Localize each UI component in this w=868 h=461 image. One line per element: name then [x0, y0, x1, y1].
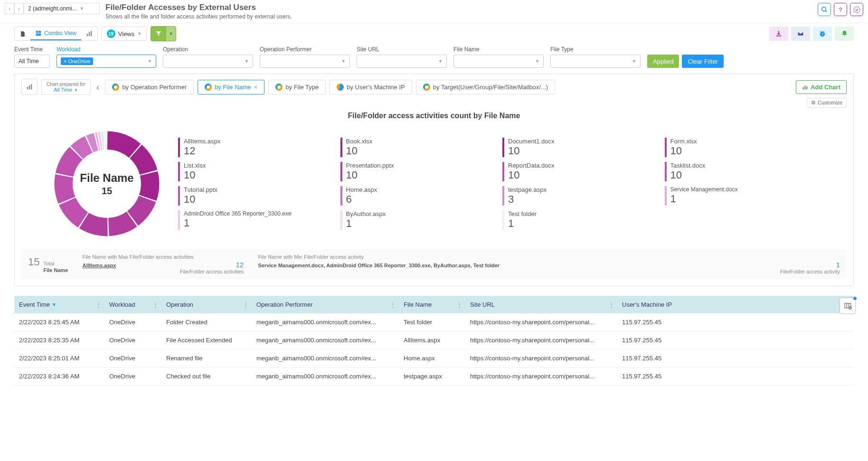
svg-rect-14: [805, 85, 806, 89]
svg-rect-8: [91, 31, 92, 36]
tab-target[interactable]: by Target(User/Group/File/Site/Mailbox/.…: [416, 80, 556, 94]
col-operation[interactable]: Operation⋮: [161, 296, 252, 313]
chart-legend: AllItems.aspx12Book.xlsx10Document1.docx…: [178, 138, 818, 230]
legend-item[interactable]: ReportData.docx10: [502, 162, 656, 181]
chart-prev-button[interactable]: ‹: [94, 82, 102, 93]
filter-label: Site URL: [357, 46, 447, 53]
table-row[interactable]: 2/22/2023 8:25:01 AMOneDriveRenamed file…: [14, 349, 854, 367]
col-menu-icon[interactable]: ⋮: [95, 301, 102, 308]
svg-rect-12: [31, 84, 32, 89]
nav-prev-button[interactable]: ‹: [5, 3, 14, 14]
chart-view-button[interactable]: [81, 27, 97, 40]
doc-view-button[interactable]: [15, 27, 30, 40]
alert-button[interactable]: [835, 27, 854, 41]
tab-file-name[interactable]: by File Name×: [198, 80, 264, 94]
ring-icon: [275, 84, 283, 91]
col-menu-icon[interactable]: ⋮: [456, 301, 462, 308]
operation-select[interactable]: ▼: [163, 55, 253, 68]
col-menu-icon[interactable]: ⋮: [608, 301, 614, 308]
chart-summary: 15 TotalFile Name File Name with Max Fil…: [21, 249, 847, 279]
views-dropdown[interactable]: 19 Views ▼: [102, 27, 147, 41]
download-button[interactable]: [769, 27, 788, 41]
legend-item[interactable]: testpage.aspx3: [502, 186, 656, 206]
funnel-icon[interactable]: [151, 27, 166, 41]
filter-label: Event Time: [14, 46, 50, 53]
legend-item[interactable]: Home.aspx6: [340, 186, 494, 206]
legend-item[interactable]: Service Management.docx1: [665, 186, 819, 206]
add-chart-button[interactable]: Add Chart: [796, 80, 847, 94]
tab-operation-performer[interactable]: by Operation Performer: [105, 80, 194, 94]
results-table: Event Time ▼⋮ Workload⋮ Operation⋮ Opera…: [14, 296, 854, 386]
help-button[interactable]: ?: [834, 3, 847, 16]
filter-toggle[interactable]: ▼: [151, 26, 176, 41]
svg-rect-7: [89, 32, 90, 37]
tab-machine-ip[interactable]: by User's Machine IP: [330, 80, 412, 94]
col-performer[interactable]: Operation Performer⋮: [252, 296, 399, 313]
performer-select[interactable]: ▼: [260, 55, 350, 68]
legend-item[interactable]: AllItems.aspx12: [178, 138, 332, 157]
tab-file-type[interactable]: by File Type: [268, 80, 326, 94]
col-machine-ip[interactable]: User's Machine IP: [617, 296, 679, 313]
applied-button[interactable]: Applied: [647, 55, 679, 68]
search-button[interactable]: [818, 3, 831, 16]
legend-item[interactable]: AdminDroid Office 365 Reporter_3300.exe1: [178, 210, 332, 230]
breadcrumb-label: 2 (admeight.onmi...: [28, 5, 77, 12]
donut-chart[interactable]: File Name 15: [50, 127, 164, 241]
filetype-select[interactable]: ▼: [550, 55, 641, 68]
clear-filter-button[interactable]: Clear Filter: [682, 55, 724, 68]
col-workload[interactable]: Workload⋮: [104, 296, 161, 313]
col-site-url[interactable]: Site URL⋮: [465, 296, 617, 313]
filename-select[interactable]: ▼: [453, 55, 544, 68]
svg-rect-10: [27, 87, 28, 89]
legend-item[interactable]: Presentation.pptx10: [340, 162, 494, 181]
event-time-select[interactable]: All Time: [14, 55, 50, 68]
legend-item[interactable]: Tutorial.pptx10: [178, 186, 332, 206]
views-count-badge: 19: [107, 29, 115, 38]
chevron-down-icon: ▼: [80, 6, 84, 11]
check-button[interactable]: [850, 3, 863, 16]
chart-panel: Chart prepared for All Time ▼ ‹ by Opera…: [14, 74, 854, 286]
chart-prepared-for[interactable]: Chart prepared for All Time ▼: [41, 79, 91, 95]
col-menu-icon[interactable]: ⋮: [243, 301, 249, 308]
close-icon[interactable]: ×: [254, 84, 258, 91]
nav-next-button[interactable]: ›: [14, 3, 24, 14]
col-menu-icon[interactable]: ⋮: [152, 301, 159, 308]
legend-item[interactable]: Test folder1: [502, 210, 656, 230]
filter-label: File Type: [550, 46, 641, 53]
ring-icon: [423, 84, 430, 91]
legend-item[interactable]: ByAuthor.aspx1: [340, 210, 494, 230]
column-chooser-button[interactable]: [840, 298, 856, 314]
legend-item[interactable]: List.xlsx10: [178, 162, 332, 181]
table-row[interactable]: 2/22/2023 8:25:45 AMOneDriveFolder Creat…: [14, 313, 854, 331]
svg-rect-5: [36, 34, 41, 36]
workload-select[interactable]: × OneDrive▼: [57, 55, 156, 68]
filter-label: Operation: [163, 46, 253, 53]
svg-point-2: [854, 7, 860, 13]
svg-rect-4: [39, 31, 41, 33]
schedule-button[interactable]: [813, 27, 832, 41]
chevron-down-icon: ▼: [341, 59, 346, 64]
legend-item[interactable]: Document1.docx10: [502, 138, 656, 157]
header-bar: ‹ › 2 (admeight.onmi... ▼ File/Folder Ac…: [0, 0, 868, 23]
workload-chip[interactable]: × OneDrive: [61, 57, 93, 65]
combo-view-button[interactable]: Combo View: [30, 27, 81, 40]
filter-label: Workload: [57, 46, 156, 53]
chart-type-icon[interactable]: [21, 79, 38, 95]
legend-item[interactable]: Tasklist.docx10: [665, 162, 819, 181]
col-event-time[interactable]: Event Time ▼⋮: [14, 296, 104, 313]
col-menu-icon[interactable]: ⋮: [390, 301, 396, 308]
legend-item[interactable]: Book.xlsx10: [340, 138, 494, 157]
filter-label: Operation Performer: [260, 46, 350, 53]
mail-button[interactable]: [791, 27, 810, 41]
customize-button[interactable]: ⚙ Customize: [807, 98, 847, 108]
table-row[interactable]: 2/22/2023 8:25:35 AMOneDriveFile Accesse…: [14, 331, 854, 349]
table-row[interactable]: 2/22/2023 8:24:36 AMOneDriveChecked out …: [14, 367, 854, 386]
page-subtitle: Shows all the file and folder access act…: [105, 13, 292, 20]
col-file-name[interactable]: File Name⋮: [399, 296, 465, 313]
svg-rect-6: [87, 34, 88, 36]
chevron-down-icon: ▼: [245, 59, 249, 64]
legend-item[interactable]: Form.xlsx10: [665, 138, 819, 157]
filter-dropdown-toggle[interactable]: ▼: [166, 27, 176, 41]
breadcrumb-select[interactable]: 2 (admeight.onmi... ▼: [24, 3, 100, 14]
siteurl-select[interactable]: ▼: [357, 55, 447, 68]
